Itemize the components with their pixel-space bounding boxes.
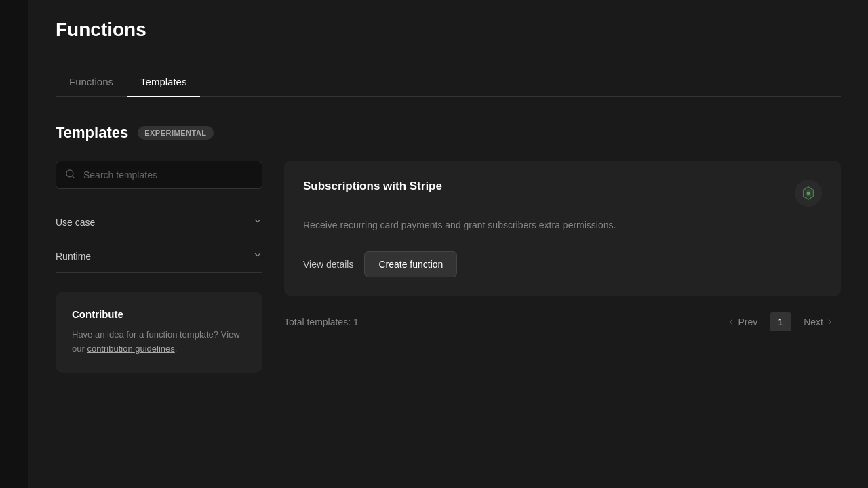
right-panel: Subscriptions with Stripe Receive recurr… <box>284 161 841 331</box>
page-number-1[interactable]: 1 <box>770 312 791 331</box>
create-function-button[interactable]: Create function <box>364 251 457 277</box>
contribute-text-after: . <box>175 344 178 354</box>
template-card-header: Subscriptions with Stripe <box>303 180 822 207</box>
next-label: Next <box>804 317 823 327</box>
search-container <box>56 161 262 189</box>
svg-line-1 <box>72 176 74 178</box>
contribute-title: Contribute <box>72 308 246 320</box>
runtime-filter-header[interactable]: Runtime <box>56 250 262 262</box>
template-actions: View details Create function <box>303 251 822 277</box>
template-card: Subscriptions with Stripe Receive recurr… <box>284 161 841 296</box>
svg-point-4 <box>807 192 810 195</box>
search-icon <box>65 169 75 181</box>
contribution-guidelines-link[interactable]: contribution guidelines <box>87 344 174 354</box>
template-card-title: Subscriptions with Stripe <box>303 180 442 193</box>
page-title: Functions <box>56 19 841 41</box>
tab-functions[interactable]: Functions <box>56 68 127 97</box>
next-button[interactable]: Next <box>797 312 841 331</box>
pagination-footer: Total templates: 1 Prev 1 Next <box>284 312 841 331</box>
contribute-card: Contribute Have an idea for a function t… <box>56 292 262 373</box>
main-content: Functions Functions Templates Templates … <box>28 0 868 488</box>
search-input[interactable] <box>56 161 262 189</box>
stripe-icon <box>795 180 822 207</box>
runtime-filter: Runtime <box>56 239 262 273</box>
content-layout: Use case Runtime <box>56 161 841 373</box>
pagination-controls: Prev 1 Next <box>720 312 841 331</box>
use-case-filter: Use case <box>56 205 262 239</box>
use-case-filter-label: Use case <box>56 217 95 228</box>
prev-label: Prev <box>738 317 757 327</box>
section-header: Templates EXPERIMENTAL <box>56 124 841 142</box>
use-case-chevron-icon <box>253 216 262 228</box>
view-details-button[interactable]: View details <box>303 252 353 277</box>
runtime-filter-label: Runtime <box>56 251 91 262</box>
contribute-text: Have an idea for a function template? Vi… <box>72 328 246 357</box>
runtime-chevron-icon <box>253 250 262 262</box>
tabs-container: Functions Templates <box>56 68 841 97</box>
experimental-badge: EXPERIMENTAL <box>138 126 213 140</box>
total-templates-text: Total templates: 1 <box>284 317 359 327</box>
sidebar <box>0 0 28 488</box>
left-panel: Use case Runtime <box>56 161 262 373</box>
tab-templates[interactable]: Templates <box>127 68 200 97</box>
section-title: Templates <box>56 124 128 142</box>
prev-button[interactable]: Prev <box>720 312 764 331</box>
template-description: Receive recurring card payments and gran… <box>303 218 822 232</box>
use-case-filter-header[interactable]: Use case <box>56 216 262 228</box>
